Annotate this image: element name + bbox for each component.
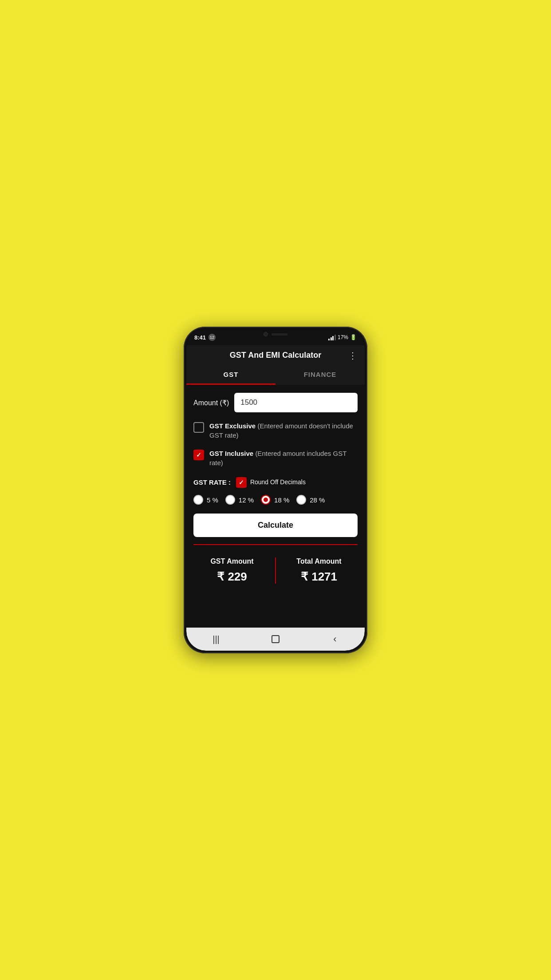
app-header: GST And EMI Calculator ⋮ xyxy=(186,345,365,365)
rate-5-option[interactable]: 5 % xyxy=(193,495,218,505)
notif-badge: 12 xyxy=(209,334,216,341)
signal-bar-4 xyxy=(335,335,336,340)
signal-bar-3 xyxy=(332,336,334,340)
nav-recent-apps[interactable]: ||| xyxy=(207,630,225,648)
status-right: 17% 🔋 xyxy=(328,334,357,340)
speaker xyxy=(272,333,287,336)
battery-level: 17% xyxy=(338,334,348,340)
status-left: 8:41 12 xyxy=(194,334,216,341)
rate-5-label: 5 % xyxy=(207,496,218,504)
gst-amount-label: GST Amount xyxy=(210,557,253,565)
tab-gst[interactable]: GST xyxy=(186,365,276,385)
home-icon xyxy=(272,635,279,643)
status-time: 8:41 xyxy=(194,334,206,341)
rate-28-radio[interactable] xyxy=(296,495,306,505)
gst-inclusive-checkbox[interactable] xyxy=(193,450,204,460)
gst-exclusive-checkbox[interactable] xyxy=(193,422,204,433)
total-amount-label: Total Amount xyxy=(296,557,341,565)
camera-icon xyxy=(264,332,268,336)
rate-12-label: 12 % xyxy=(239,496,254,504)
total-amount-col: Total Amount ₹ 1271 xyxy=(280,557,358,584)
rate-28-label: 28 % xyxy=(310,496,325,504)
main-area: Amount (₹) GST Exclusive (Entered amount… xyxy=(186,385,365,628)
amount-label: Amount (₹) xyxy=(193,399,229,407)
rate-28-option[interactable]: 28 % xyxy=(296,495,325,505)
gst-inclusive-row: GST Inclusive (Entered amount includes G… xyxy=(193,447,358,469)
nav-back[interactable]: ‹ xyxy=(326,630,344,648)
amount-input[interactable] xyxy=(234,393,358,412)
app-title: GST And EMI Calculator xyxy=(230,351,321,360)
gst-amount-value: ₹ 229 xyxy=(217,570,247,584)
battery-icon: 🔋 xyxy=(350,334,357,340)
round-off-label: Round Off Decimals xyxy=(250,478,306,486)
signal-bar-2 xyxy=(331,337,332,340)
calculate-button[interactable]: Calculate xyxy=(193,514,358,537)
app-content: GST And EMI Calculator ⋮ GST FINANCE Amo… xyxy=(186,345,365,651)
gst-rate-row: GST RATE : Round Off Decimals xyxy=(193,476,358,488)
notch xyxy=(251,329,300,339)
rate-18-radio[interactable] xyxy=(261,495,271,505)
back-icon: ‹ xyxy=(333,633,336,645)
tab-finance[interactable]: FINANCE xyxy=(276,365,365,385)
gst-amount-col: GST Amount ₹ 229 xyxy=(193,557,271,584)
gst-exclusive-row: GST Exclusive (Entered amount doesn't in… xyxy=(193,419,358,442)
nav-home[interactable] xyxy=(267,630,284,648)
results-row: GST Amount ₹ 229 Total Amount ₹ 1271 xyxy=(193,552,358,592)
gst-exclusive-label: GST Exclusive (Entered amount doesn't in… xyxy=(209,421,358,440)
rate-18-option[interactable]: 18 % xyxy=(261,495,289,505)
menu-button[interactable]: ⋮ xyxy=(348,350,358,361)
amount-row: Amount (₹) xyxy=(193,393,358,412)
vertical-divider xyxy=(275,557,276,584)
round-off-row: Round Off Decimals xyxy=(236,476,306,488)
tab-bar: GST FINANCE xyxy=(186,365,365,385)
rate-5-radio[interactable] xyxy=(193,495,203,505)
round-off-checkbox[interactable] xyxy=(236,477,247,488)
total-amount-value: ₹ 1271 xyxy=(301,570,337,584)
rate-12-option[interactable]: 12 % xyxy=(225,495,254,505)
gst-rate-label: GST RATE : xyxy=(193,478,231,486)
gst-inclusive-label: GST Inclusive (Entered amount includes G… xyxy=(209,449,358,467)
rate-radio-row: 5 % 12 % 18 % 28 % xyxy=(193,495,358,505)
bottom-nav: ||| ‹ xyxy=(186,628,365,651)
signal-icon xyxy=(328,335,336,340)
signal-bar-1 xyxy=(328,339,330,340)
rate-12-radio[interactable] xyxy=(225,495,235,505)
status-bar: 8:41 12 17% 🔋 xyxy=(186,329,365,345)
result-divider xyxy=(193,544,358,545)
rate-18-label: 18 % xyxy=(274,496,289,504)
